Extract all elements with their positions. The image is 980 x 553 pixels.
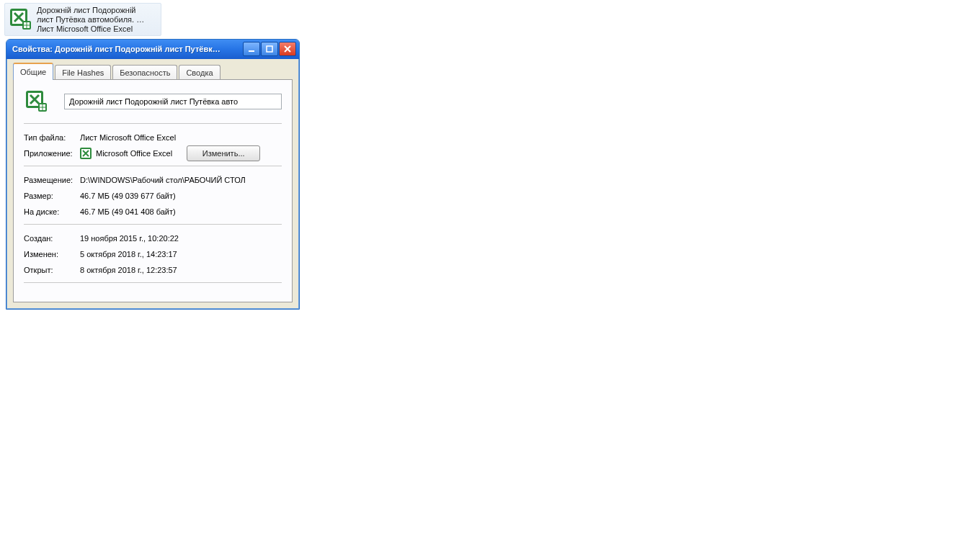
- value-size-on-disk: 46.7 МБ (49 041 408 байт): [80, 207, 282, 216]
- tab-summary[interactable]: Сводка: [179, 65, 220, 80]
- change-app-button[interactable]: Изменить...: [187, 145, 260, 161]
- label-location: Размещение:: [24, 176, 80, 184]
- separator: [24, 282, 282, 283]
- minimize-button[interactable]: [243, 42, 260, 56]
- label-size-on-disk: На диске:: [24, 207, 80, 216]
- desktop-file-label: Дорожній лист Подорожній лист Путёвка ав…: [37, 4, 161, 36]
- tab-general[interactable]: Общие: [13, 63, 53, 80]
- separator: [24, 224, 282, 225]
- tab-panel-general: Дорожній лист Подорожній лист Путёвка ав…: [13, 79, 293, 302]
- file-type-icon: [24, 89, 50, 114]
- label-application: Приложение:: [24, 149, 80, 158]
- value-application: Microsoft Office Excel: [96, 149, 172, 158]
- desktop-file-label-line: Дорожній лист Подорожній: [37, 6, 136, 14]
- label-size: Размер:: [24, 192, 80, 200]
- tabs: Общие File Hashes Безопасность Сводка: [13, 64, 293, 80]
- window-client-area: Общие File Hashes Безопасность Сводка: [9, 60, 297, 307]
- separator: [24, 166, 282, 166]
- excel-file-icon: [5, 4, 37, 35]
- value-size: 46.7 МБ (49 039 677 байт): [80, 192, 282, 200]
- value-created: 19 ноября 2015 г., 10:20:22: [80, 234, 282, 243]
- label-file-type: Тип файла:: [24, 133, 80, 142]
- value-location: D:\WINDOWS\Рабочий стол\РАБОЧИЙ СТОЛ: [80, 176, 282, 184]
- filename-input[interactable]: Дорожній лист Подорожній лист Путёвка ав…: [64, 94, 282, 109]
- label-created: Создан:: [24, 234, 80, 243]
- desktop-file-item[interactable]: Дорожній лист Подорожній лист Путёвка ав…: [4, 3, 161, 36]
- label-accessed: Открыт:: [24, 266, 80, 274]
- window-title: Свойства: Дорожній лист Подорожній лист …: [12, 45, 242, 53]
- value-file-type: Лист Microsoft Office Excel: [80, 133, 282, 142]
- value-modified: 5 октября 2018 г., 14:23:17: [80, 250, 282, 258]
- filename-text: Дорожній лист Подорожній лист Путёвка ав…: [69, 97, 238, 106]
- desktop-file-label-line: Лист Microsoft Office Excel: [37, 24, 133, 33]
- value-accessed: 8 октября 2018 г., 12:23:57: [80, 266, 282, 274]
- tab-file-hashes[interactable]: File Hashes: [55, 65, 111, 80]
- excel-app-icon: [80, 148, 92, 159]
- maximize-button[interactable]: [261, 42, 278, 56]
- desktop-file-label-line: лист Путёвка автомобиля. …: [37, 15, 144, 24]
- titlebar[interactable]: Свойства: Дорожній лист Подорожній лист …: [6, 40, 299, 59]
- close-button[interactable]: [279, 42, 296, 56]
- separator: [24, 123, 282, 124]
- tab-security[interactable]: Безопасность: [112, 65, 177, 80]
- svg-rect-7: [267, 46, 272, 52]
- properties-window: Свойства: Дорожній лист Подорожній лист …: [6, 39, 300, 310]
- window-controls: [242, 42, 296, 56]
- label-modified: Изменен:: [24, 250, 80, 258]
